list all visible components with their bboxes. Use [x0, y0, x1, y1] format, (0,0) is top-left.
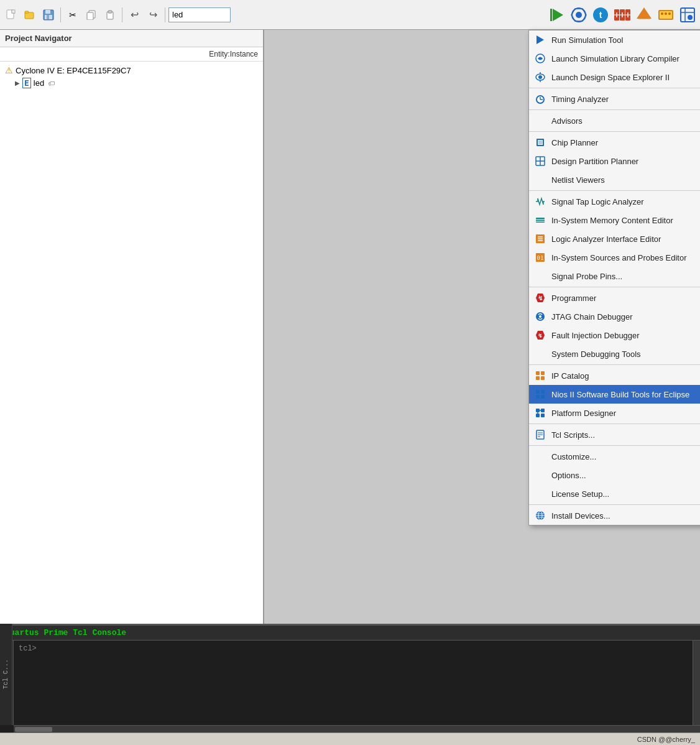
menu-item-launch-design-space-explorer[interactable]: Launch Design Space Explorer II	[529, 68, 700, 86]
led-item[interactable]: ▶ E led 🏷	[12, 76, 260, 90]
console-content: tcl>	[14, 641, 693, 725]
svg-rect-55	[536, 218, 545, 223]
toolbar-icon-2[interactable]	[569, 5, 589, 25]
menu-item-in-system-memory-content-editor[interactable]: In-System Memory Content Editor	[529, 211, 700, 229]
svg-rect-51	[538, 141, 542, 144]
menu-item-ip-catalog[interactable]: IP Catalog	[529, 366, 700, 385]
menu-label-customize: Customize...	[551, 452, 700, 461]
menu-item-system-debugging-tools[interactable]: System Debugging Tools▶	[529, 345, 700, 363]
console-vertical-scrollbar[interactable]	[693, 641, 700, 725]
console-horizontal-scrollbar[interactable]	[14, 725, 700, 733]
menu-item-launch-simulation-compiler[interactable]: Launch Simulation Library Compiler	[529, 49, 700, 68]
toolbar-icon-5[interactable]	[634, 5, 654, 25]
menu-label-logic-analyzer-interface-editor: Logic Analyzer Interface Editor	[551, 234, 700, 244]
menu-label-platform-designer: Platform Designer	[551, 409, 700, 418]
undo-btn[interactable]: ↩	[126, 6, 143, 24]
menu-item-platform-designer[interactable]: Platform Designer	[529, 404, 700, 422]
menu-label-run-simulation-tool: Run Simulation Tool	[551, 35, 700, 45]
menu-icon-signal-probe-pins	[534, 270, 546, 282]
copy-btn[interactable]	[83, 6, 100, 24]
svg-point-15	[576, 12, 582, 18]
svg-rect-78	[536, 414, 540, 417]
console-header: Quartus Prime Tcl Console	[0, 626, 700, 641]
toolbar-icon-3[interactable]: t	[591, 5, 610, 25]
project-name-input[interactable]: led	[168, 7, 231, 22]
separator-3	[165, 7, 165, 22]
cut-btn[interactable]: ✂	[64, 6, 81, 24]
menu-icon-run-simulation-tool	[534, 34, 546, 46]
menu-icon-launch-design-space-explorer	[534, 71, 546, 83]
console-prompt-line: tcl>	[19, 644, 688, 653]
toolbar-icon-7[interactable]	[678, 5, 698, 25]
svg-point-42	[538, 75, 542, 79]
paste-btn[interactable]	[101, 6, 119, 24]
menu-item-netlist-viewers[interactable]: Netlist Viewers▶	[529, 170, 700, 189]
menu-icon-design-partition-planner	[534, 155, 546, 167]
menu-item-nios-ii-software-build-tools[interactable]: Nios II Software Build Tools for Eclipse	[529, 385, 700, 404]
menu-separator	[529, 287, 700, 287]
svg-text:01: 01	[537, 255, 544, 261]
open-file-btn[interactable]	[21, 6, 39, 24]
menu-icon-tcl-scripts	[534, 428, 546, 441]
toolbar-icon-6[interactable]	[656, 5, 676, 25]
menu-label-in-system-sources-probes-editor: In-System Sources and Probes Editor	[551, 253, 700, 262]
menu-icon-customize	[534, 450, 546, 463]
svg-rect-72	[536, 390, 540, 394]
menu-item-install-devices[interactable]: Install Devices...	[529, 506, 700, 525]
svg-text:t: t	[599, 10, 602, 20]
menu-label-chip-planner: Chip Planner	[551, 138, 700, 147]
menu-item-options[interactable]: Options...	[529, 466, 700, 484]
svg-rect-75	[541, 395, 545, 399]
menu-label-options: Options...	[551, 471, 700, 480]
menu-item-signal-probe-pins[interactable]: Signal Probe Pins...	[529, 267, 700, 285]
menu-separator	[529, 109, 700, 110]
menu-item-license-setup[interactable]: License Setup...	[529, 484, 700, 503]
svg-text:↯: ↯	[538, 295, 543, 302]
menu-label-license-setup: License Setup...	[551, 489, 700, 499]
menu-item-customize[interactable]: Customize...	[529, 447, 700, 466]
menu-label-launch-simulation-compiler: Launch Simulation Library Compiler	[551, 54, 700, 63]
svg-rect-76	[536, 409, 540, 412]
entity-icon: E	[22, 78, 31, 88]
menu-item-run-simulation-tool[interactable]: Run Simulation Tool▶	[529, 30, 700, 49]
menu-item-signal-tap-logic-analyzer[interactable]: Signal Tap Logic Analyzer	[529, 192, 700, 211]
tcl-side-tab[interactable]: Tcl C...	[0, 624, 12, 725]
console-body: × → 7 tcl>	[0, 641, 700, 725]
menu-item-advisors[interactable]: Advisors▶	[529, 111, 700, 130]
menu-separator	[529, 190, 700, 191]
svg-point-38	[688, 15, 693, 20]
menu-label-design-partition-planner: Design Partition Planner	[551, 157, 700, 166]
svg-rect-77	[541, 409, 545, 412]
menu-item-programmer[interactable]: ↯Programmer	[529, 289, 700, 307]
menu-item-tcl-scripts[interactable]: Tcl Scripts...	[529, 425, 700, 444]
menu-item-jtag-chain-debugger[interactable]: JTAG Chain Debugger	[529, 307, 700, 326]
menu-label-ip-catalog: IP Catalog	[551, 371, 700, 381]
menu-separator	[529, 445, 700, 446]
menu-label-fault-injection-debugger: Fault Injection Debugger	[551, 331, 700, 340]
console-area: Quartus Prime Tcl Console × → 7 tcl> Tcl…	[0, 624, 700, 733]
menu-item-design-partition-planner[interactable]: Design Partition Planner	[529, 152, 700, 170]
toolbar-icon-4[interactable]	[612, 5, 632, 25]
menu-item-timing-analyzer[interactable]: Timing Analyzer	[529, 90, 700, 108]
menu-label-nios-ii-software-build-tools: Nios II Software Build Tools for Eclipse	[551, 390, 700, 399]
svg-rect-3	[25, 11, 29, 13]
svg-rect-70	[536, 376, 540, 380]
menu-label-netlist-viewers: Netlist Viewers	[551, 175, 700, 185]
menu-icon-ip-catalog	[534, 369, 546, 382]
new-file-btn[interactable]	[2, 6, 20, 24]
toolbar: ✂ ↩ ↪ led	[0, 0, 700, 30]
menu-item-in-system-sources-probes-editor[interactable]: 01In-System Sources and Probes Editor	[529, 248, 700, 267]
toolbar-icon-1[interactable]	[547, 5, 567, 25]
redo-btn[interactable]: ↪	[144, 6, 162, 24]
menu-item-logic-analyzer-interface-editor[interactable]: Logic Analyzer Interface Editor	[529, 229, 700, 248]
menu-icon-jtag-chain-debugger	[534, 310, 546, 323]
cyclone-item[interactable]: ⚠ Cyclone IV E: EP4CE115F29C7	[2, 64, 260, 76]
svg-rect-1	[12, 10, 15, 13]
save-btn[interactable]	[40, 6, 57, 24]
h-scrollbar-thumb[interactable]	[15, 727, 52, 732]
panel-header-title: Project Navigator	[0, 30, 263, 47]
menu-item-chip-planner[interactable]: Chip Planner	[529, 133, 700, 152]
svg-rect-68	[536, 371, 540, 375]
menu-item-fault-injection-debugger[interactable]: ↯Fault Injection Debugger	[529, 326, 700, 345]
menu-icon-nios-ii-software-build-tools	[534, 388, 546, 400]
